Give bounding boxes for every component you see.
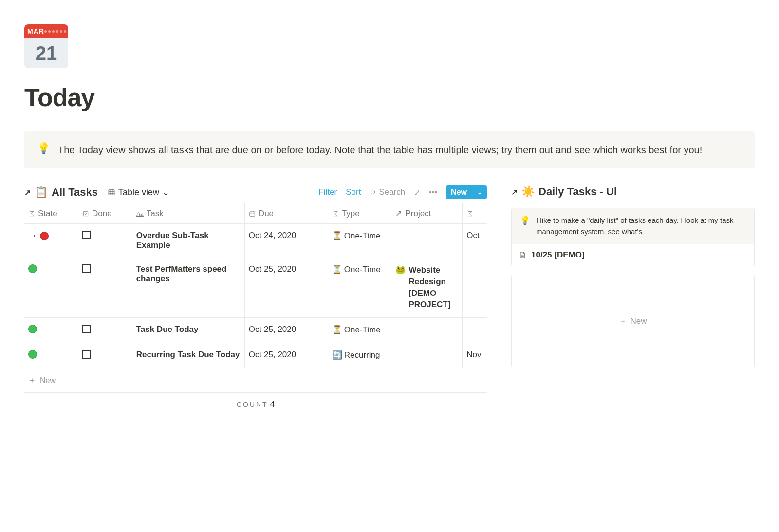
sidebar-callout: 💡 I like to make a "daily list" of tasks…	[512, 208, 754, 244]
lightbulb-icon: 💡	[37, 142, 50, 155]
text-icon: Aa	[136, 210, 144, 218]
relation-icon: ↗	[395, 208, 402, 219]
extra-cell[interactable]	[463, 318, 487, 343]
calendar-month: MAR	[27, 27, 44, 35]
expand-icon[interactable]: ⤢	[414, 188, 420, 197]
done-checkbox[interactable]	[82, 264, 91, 273]
sidebar-callout-text: I like to make a "daily list" of tasks e…	[536, 215, 746, 237]
state-dot	[28, 264, 37, 273]
column-header-extra[interactable]	[463, 203, 487, 224]
done-checkbox[interactable]	[82, 231, 91, 239]
extra-cell[interactable]: Oct	[463, 224, 487, 257]
column-header-due[interactable]: Due	[244, 203, 328, 224]
sidebar-page-link[interactable]: 10/25 [DEMO]	[512, 244, 754, 266]
due-cell[interactable]: Oct 25, 2020	[244, 343, 328, 368]
table-row[interactable]: → Overdue Sub-Task Example Oct 24, 2020 …	[24, 224, 487, 257]
plus-icon: ＋	[28, 375, 36, 385]
sigma-icon	[28, 210, 35, 217]
open-link-icon: ↗	[24, 188, 31, 197]
chevron-down-icon: ⌄	[477, 189, 482, 196]
table-row[interactable]: Test PerfMatters speed changes Oct 25, 2…	[24, 257, 487, 318]
type-cell[interactable]: ⏳One-Time	[332, 325, 388, 335]
lightbulb-icon: 💡	[519, 215, 530, 226]
more-icon[interactable]: •••	[429, 188, 437, 197]
column-header-done[interactable]: Done	[78, 203, 132, 224]
column-header-type[interactable]: Type	[328, 203, 391, 224]
table-row[interactable]: Task Due Today Oct 25, 2020 ⏳One-Time	[24, 318, 487, 343]
done-checkbox[interactable]	[82, 325, 91, 333]
clipboard-icon: 📋	[35, 186, 48, 199]
chevron-down-icon: ⌄	[162, 187, 169, 198]
svg-rect-3	[250, 211, 255, 216]
state-dot	[28, 350, 37, 359]
tasks-table: State Done AaTask Due Type ↗Project → Ov…	[24, 203, 487, 368]
page-title[interactable]: Today	[24, 83, 755, 112]
view-selector[interactable]: Table view ⌄	[108, 187, 169, 198]
calendar-icon	[249, 210, 256, 217]
done-checkbox[interactable]	[82, 350, 91, 359]
page-icon[interactable]: MAR 21	[24, 24, 68, 68]
task-name[interactable]: Test PerfMatters speed changes	[136, 264, 227, 283]
extra-cell[interactable]	[463, 257, 487, 318]
info-callout: 💡 The Today view shows all tasks that ar…	[24, 131, 755, 168]
sun-icon: ☀️	[521, 185, 535, 198]
count-summary: COUNT4	[24, 393, 487, 416]
sigma-icon	[332, 210, 339, 217]
search-button[interactable]: Search	[370, 187, 405, 197]
page-icon	[519, 251, 526, 259]
arrow-right-icon: →	[28, 231, 37, 241]
sidebar-new-card[interactable]: ＋ New	[511, 275, 755, 367]
type-cell[interactable]: ⏳One-Time	[332, 264, 388, 275]
filter-button[interactable]: Filter	[318, 187, 337, 197]
table-row[interactable]: Recurring Task Due Today Oct 25, 2020 🔄R…	[24, 343, 487, 368]
open-link-icon: ↗	[511, 187, 518, 197]
calendar-day: 21	[24, 38, 68, 68]
sidebar-item-card[interactable]: 💡 I like to make a "daily list" of tasks…	[511, 208, 755, 266]
search-icon	[370, 189, 376, 196]
type-cell[interactable]: 🔄Recurring	[332, 350, 388, 360]
sidebar-database-title[interactable]: ↗ ☀️ Daily Tasks - Ul	[511, 185, 755, 198]
checkbox-icon	[82, 210, 89, 217]
database-title[interactable]: ↗ 📋 All Tasks	[24, 186, 98, 199]
sort-button[interactable]: Sort	[346, 187, 361, 197]
plus-icon: ＋	[619, 316, 627, 327]
sigma-icon	[466, 210, 473, 217]
callout-text: The Today view shows all tasks that are …	[58, 142, 702, 158]
svg-point-1	[371, 190, 375, 194]
add-row-button[interactable]: ＋ New	[24, 368, 487, 393]
task-name[interactable]: Recurring Task Due Today	[136, 350, 240, 359]
due-cell[interactable]: Oct 25, 2020	[244, 318, 328, 343]
state-dot	[28, 325, 37, 333]
extra-cell[interactable]: Nov	[463, 343, 487, 368]
task-name[interactable]: Task Due Today	[136, 325, 199, 334]
state-dot	[40, 232, 49, 240]
table-icon	[108, 188, 115, 196]
task-name[interactable]: Overdue Sub-Task Example	[136, 231, 209, 250]
type-cell[interactable]: ⏳One-Time	[332, 231, 388, 241]
svg-rect-2	[83, 211, 88, 216]
column-header-task[interactable]: AaTask	[132, 203, 244, 224]
type-icon: 🔄	[332, 350, 342, 360]
column-header-state[interactable]: State	[24, 203, 78, 224]
new-button[interactable]: New ⌄	[446, 185, 487, 199]
project-cell[interactable]: 🐸Website Redesign [DEMO PROJECT]	[395, 264, 458, 311]
column-header-project[interactable]: ↗Project	[391, 203, 463, 224]
type-icon: ⏳	[332, 231, 342, 241]
type-icon: ⏳	[332, 325, 342, 335]
project-icon: 🐸	[395, 264, 406, 276]
due-cell[interactable]: Oct 25, 2020	[244, 257, 328, 318]
type-icon: ⏳	[332, 264, 342, 275]
svg-rect-0	[109, 190, 114, 195]
due-cell[interactable]: Oct 24, 2020	[244, 224, 328, 257]
